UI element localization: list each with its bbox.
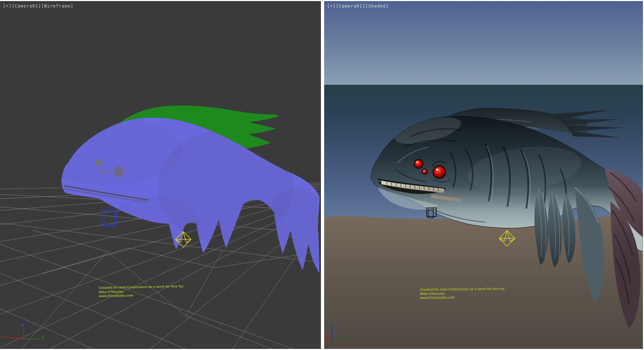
credit-text: Created for Intel Corporation as a work … xyxy=(99,284,184,298)
viewport-label-shaded[interactable]: [+][Camera01][Shaded] xyxy=(327,4,389,9)
fish-eye-spot xyxy=(102,170,106,174)
viewport-shaded[interactable]: x y z Created for Intel Corporation as a… xyxy=(324,1,643,349)
fish-eye-spot xyxy=(95,159,102,166)
axis-x-label: x xyxy=(325,333,327,338)
viewport-label-wireframe[interactable]: [+][Camera01][Wireframe] xyxy=(3,4,73,9)
axis-y-label: y xyxy=(42,334,44,339)
credit-text: Created for Intel Corporation as a work … xyxy=(420,287,506,300)
axis-z-label: z xyxy=(22,322,24,327)
sky-background xyxy=(324,1,643,85)
axis-z-label: z xyxy=(330,322,332,327)
axis-y-label: y xyxy=(344,334,347,339)
viewport-wireframe[interactable]: x y z Created for Intel Corporation as a… xyxy=(0,1,321,349)
axis-x-label: x xyxy=(1,334,4,339)
